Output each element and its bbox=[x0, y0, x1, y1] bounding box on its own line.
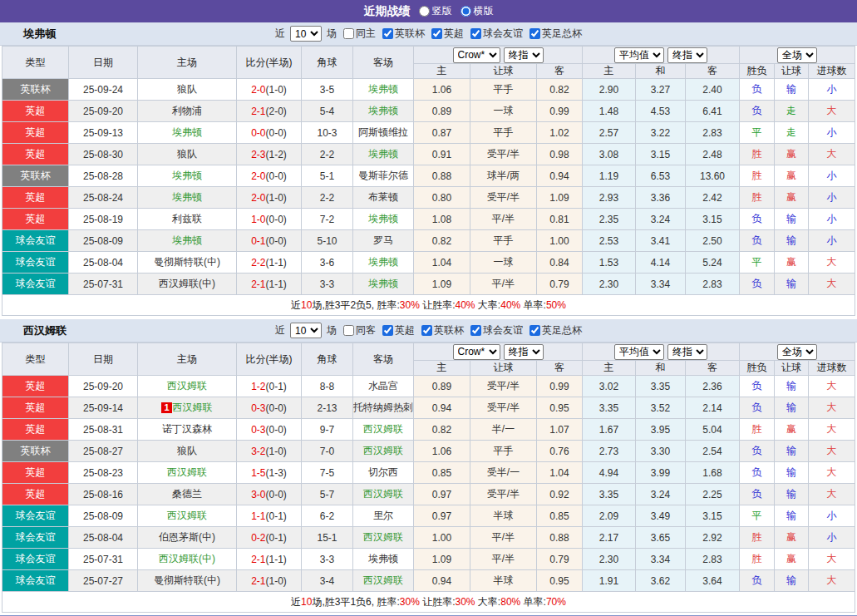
away-team-name: 埃弗顿 bbox=[368, 278, 398, 289]
col-subheader: 主 bbox=[583, 361, 636, 376]
league-checkbox-英联杯-option[interactable]: 英联杯 bbox=[379, 27, 425, 41]
col-header: 比分(半场) bbox=[237, 343, 302, 376]
league-checkbox-英联杯[interactable] bbox=[382, 28, 393, 39]
bookmaker-select[interactable]: Crow* bbox=[453, 344, 500, 360]
result-winlose: 负 bbox=[740, 376, 775, 397]
league-checkbox-英足总杯[interactable] bbox=[529, 28, 540, 39]
league-checkbox-英联杯-option[interactable]: 英联杯 bbox=[418, 323, 464, 338]
match-row: 英超25-09-20利物浦2-1(2-0)5-4埃弗顿0.89一球0.991.4… bbox=[2, 101, 855, 122]
league-checkbox-英足总杯-option[interactable]: 英足总杯 bbox=[526, 323, 582, 338]
league-checkbox-球会友谊-option[interactable]: 球会友谊 bbox=[467, 323, 523, 338]
book-final-select[interactable]: 终指 bbox=[504, 344, 544, 360]
home-team-name: 狼队 bbox=[177, 445, 197, 456]
league-checkbox-英足总杯[interactable] bbox=[529, 325, 540, 336]
average-select[interactable]: 平均值 bbox=[614, 47, 664, 63]
match-count-select[interactable]: 10 bbox=[290, 323, 322, 338]
date-cell: 25-09-20 bbox=[69, 101, 138, 122]
score-cell: 2-1(1-1) bbox=[237, 549, 302, 570]
avg-draw-odds: 3.99 bbox=[636, 462, 686, 484]
score-cell: 2-0(1-0) bbox=[237, 187, 302, 209]
halftime-score: (0-0) bbox=[266, 127, 287, 139]
league-checkbox-英超-option[interactable]: 英超 bbox=[428, 27, 464, 41]
home-team-name: 埃弗顿 bbox=[172, 191, 202, 203]
same-side-checkbox[interactable] bbox=[343, 28, 354, 39]
league-checkbox-英联杯[interactable] bbox=[421, 325, 432, 336]
corners-cell: 7-0 bbox=[302, 441, 353, 462]
avg-away-odds: 3.64 bbox=[686, 570, 740, 592]
match-count-select[interactable]: 10 bbox=[290, 26, 322, 42]
handicap-home-odds: 1.04 bbox=[414, 252, 470, 274]
halftime-score: (0-1) bbox=[266, 532, 287, 544]
date-cell: 25-08-04 bbox=[69, 527, 138, 549]
match-row: 英超25-08-31诺丁汉森林0-3(0-0)9-7西汉姆联0.82半/一1.0… bbox=[2, 419, 855, 441]
home-team-cell: 埃弗顿 bbox=[138, 122, 237, 144]
scope-select[interactable]: 全场 bbox=[777, 47, 817, 63]
handicap-away-odds: 0.82 bbox=[537, 79, 583, 101]
layout-option-horizontal[interactable]: 横版 bbox=[461, 4, 494, 18]
fulltime-score: 1-2 bbox=[251, 381, 265, 392]
avg-home-odds: 1.48 bbox=[583, 101, 636, 122]
layout-vertical-radio[interactable] bbox=[419, 6, 430, 17]
league-checkbox-英超-label: 英超 bbox=[395, 323, 415, 338]
date-cell: 25-08-30 bbox=[69, 144, 138, 165]
league-checkbox-英超-label: 英超 bbox=[444, 27, 464, 41]
handicap-home-odds: 0.97 bbox=[414, 505, 470, 527]
col-subheader: 客 bbox=[686, 361, 740, 376]
avg-home-odds: 2.09 bbox=[583, 505, 636, 527]
away-team-cell: 西汉姆联 bbox=[353, 570, 414, 592]
handicap-away-odds: 0.94 bbox=[537, 165, 583, 187]
handicap-home-odds: 0.80 bbox=[414, 187, 470, 209]
league-checkbox-英超-option[interactable]: 英超 bbox=[379, 323, 415, 338]
same-side-checkbox[interactable] bbox=[343, 325, 354, 336]
league-checkbox-球会友谊-option[interactable]: 球会友谊 bbox=[467, 27, 523, 41]
match-row: 球会友谊25-08-09埃弗顿0-1(0-0)5-10罗马0.82平手1.002… bbox=[2, 230, 855, 252]
handicap-line: 半球 bbox=[470, 570, 537, 592]
handicap-home-odds: 0.82 bbox=[414, 230, 470, 252]
avg-final-select[interactable]: 终指 bbox=[667, 47, 707, 63]
col-header: 类型 bbox=[2, 343, 69, 376]
fulltime-score: 2-0 bbox=[251, 192, 265, 204]
score-cell: 0-3(0-0) bbox=[237, 419, 302, 441]
book-final-select[interactable]: 终指 bbox=[504, 47, 544, 63]
bookmaker-select[interactable]: Crow* bbox=[453, 47, 500, 63]
fulltime-score: 2-2 bbox=[251, 257, 265, 269]
fulltime-score: 2-1 bbox=[251, 575, 265, 587]
score-cell: 3-2(1-0) bbox=[237, 441, 302, 462]
away-team-name: 切尔西 bbox=[368, 466, 398, 478]
home-team-name: 狼队 bbox=[177, 83, 197, 95]
league-badge: 球会友谊 bbox=[2, 505, 69, 527]
league-checkbox-英足总杯-option[interactable]: 英足总杯 bbox=[526, 27, 582, 41]
avg-final-select[interactable]: 终指 bbox=[667, 344, 707, 360]
away-team-name: 埃弗顿 bbox=[368, 553, 398, 564]
same-side-checkbox-option[interactable]: 同客 bbox=[340, 323, 376, 338]
league-checkbox-英超[interactable] bbox=[382, 325, 393, 336]
average-select[interactable]: 平均值 bbox=[614, 344, 664, 360]
league-badge: 球会友谊 bbox=[2, 274, 69, 295]
league-checkbox-球会友谊[interactable] bbox=[470, 28, 481, 39]
league-checkbox-英超[interactable] bbox=[431, 28, 442, 39]
result-winlose: 平 bbox=[740, 252, 775, 274]
league-checkbox-球会友谊[interactable] bbox=[470, 325, 481, 336]
layout-horizontal-radio[interactable] bbox=[461, 6, 471, 17]
same-side-checkbox-option[interactable]: 同主 bbox=[340, 27, 376, 41]
home-team-cell: 西汉姆联 bbox=[138, 505, 237, 527]
result-handicap: 赢 bbox=[775, 549, 809, 570]
match-row: 英超25-09-141西汉姆联0-3(0-0)2-13托特纳姆热刺0.94受平/… bbox=[2, 397, 855, 419]
match-row: 球会友谊25-07-27曼彻斯特联(中)2-1(1-0)3-4西汉姆联0.94半… bbox=[2, 570, 855, 592]
handicap-line: 受平/半 bbox=[470, 144, 537, 165]
score-cell: 0-1(0-0) bbox=[237, 230, 302, 252]
result-handicap: 赢 bbox=[775, 527, 809, 549]
result-winlose: 负 bbox=[740, 274, 775, 295]
handicap-line: 一球 bbox=[470, 101, 537, 122]
match-row: 英联杯25-09-24狼队2-0(1-0)3-5埃弗顿1.06平手0.822.9… bbox=[2, 79, 855, 101]
handicap-home-odds: 1.06 bbox=[414, 441, 470, 462]
avg-away-odds: 13.60 bbox=[686, 165, 740, 187]
result-winlose: 负 bbox=[740, 79, 775, 101]
scope-select[interactable]: 全场 bbox=[777, 344, 817, 360]
away-team-name: 罗马 bbox=[373, 234, 393, 246]
away-team-cell: 埃弗顿 bbox=[353, 209, 414, 230]
fulltime-score: 3-0 bbox=[251, 489, 265, 500]
league-badge: 英超 bbox=[2, 187, 69, 209]
layout-option-vertical[interactable]: 竖版 bbox=[419, 4, 452, 18]
match-row: 英超25-08-30狼队2-3(1-2)2-2埃弗顿0.91受平/半0.983.… bbox=[2, 144, 855, 165]
